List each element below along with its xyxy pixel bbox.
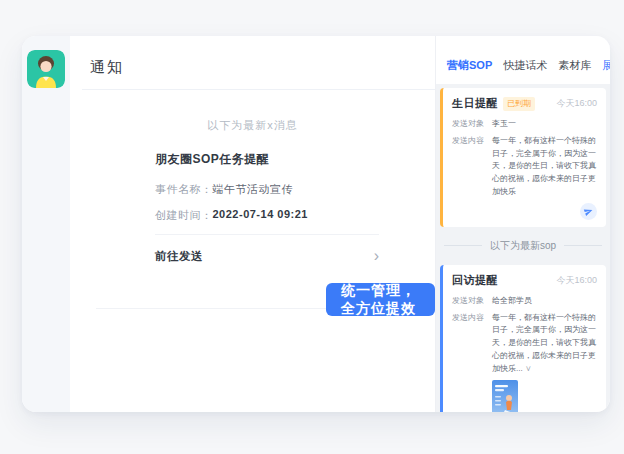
tab-material-library[interactable]: 素材库 <box>558 58 591 73</box>
content-text: 每一年，都有这样一个特殊的日子，完全属于你，因为这一天，是你的生日，请收下我真心… <box>492 313 596 373</box>
content-value: 每一年，都有这样一个特殊的日子，完全属于你，因为这一天，是你的生日，请收下我真心… <box>492 135 597 199</box>
panel-header: 通知 <box>82 36 435 90</box>
divider-line <box>444 245 482 246</box>
tab-quick-replies[interactable]: 快捷话术 <box>503 58 547 73</box>
go-send-button[interactable]: 前往发送 › <box>155 235 379 264</box>
card-head: 生日提醒 已到期 今天16:00 <box>452 96 597 111</box>
expand-label: 展开 <box>602 58 610 73</box>
event-name-value: 端午节活动宣传 <box>213 182 294 197</box>
person-avatar-icon <box>27 50 65 88</box>
notification-window: 通知 以下为最新x消息 朋友圈SOP任务提醒 事件名称： 端午节活动宣传 创建时… <box>22 36 610 412</box>
tab-marketing-sop[interactable]: 营销SOP <box>447 58 492 73</box>
content-label: 发送内容 <box>452 135 492 199</box>
created-time-row: 创建时间： 2022-07-14 09:21 <box>155 208 379 223</box>
send-button[interactable] <box>580 203 597 220</box>
sop-card-revisit-1[interactable]: 回访提醒 今天16:00 发送对象 给全部学员 发送内容 每一年，都有这样一个特… <box>440 265 606 412</box>
chevron-right-icon: › <box>374 248 379 264</box>
callout-text: 统一管理，全方位提效 <box>341 282 420 318</box>
content-row: 发送内容 每一年，都有这样一个特殊的日子，完全属于你，因为这一天，是你的生日，请… <box>452 135 597 199</box>
content-label: 发送内容 <box>452 312 492 376</box>
latest-sop-divider: 以下为最新sop <box>444 239 602 253</box>
created-time-label: 创建时间： <box>155 208 213 223</box>
poster-thumbnail <box>492 380 518 412</box>
card-time: 今天16:00 <box>556 97 597 110</box>
expired-badge: 已到期 <box>503 97 535 111</box>
sop-card-birthday[interactable]: 生日提醒 已到期 今天16:00 发送对象 李玉一 发送内容 每一年，都有这样一… <box>440 88 606 227</box>
latest-sop-label: 以下为最新sop <box>490 239 556 253</box>
target-label: 发送对象 <box>452 295 492 308</box>
target-row: 发送对象 给全部学员 <box>452 295 597 308</box>
expand-button[interactable]: 展开 ∨ <box>602 58 610 73</box>
event-name-row: 事件名称： 端午节活动宣传 <box>155 182 379 197</box>
target-label: 发送对象 <box>452 118 492 131</box>
target-row: 发送对象 李玉一 <box>452 118 597 131</box>
go-send-label: 前往发送 <box>155 249 203 264</box>
page-title: 通知 <box>90 58 435 77</box>
message-title: 朋友圈SOP任务提醒 <box>155 151 379 168</box>
card-time: 今天16:00 <box>556 274 597 287</box>
paper-plane-icon <box>583 206 595 218</box>
target-value: 李玉一 <box>492 118 597 131</box>
sop-task-message: 朋友圈SOP任务提醒 事件名称： 端午节活动宣传 创建时间： 2022-07-1… <box>155 151 379 264</box>
send-row <box>452 203 597 220</box>
avatar[interactable] <box>27 50 65 88</box>
sop-feed-panel: 营销SOP 快捷话术 素材库 展开 ∨ 生日提醒 已到期 今天16:00 发送对… <box>435 36 610 412</box>
card-title: 生日提醒 <box>452 96 498 111</box>
event-name-label: 事件名称： <box>155 182 213 197</box>
card-head: 回访提醒 今天16:00 <box>452 273 597 288</box>
content-row: 发送内容 每一年，都有这样一个特殊的日子，完全属于你，因为这一天，是你的生日，请… <box>452 312 597 376</box>
card-title: 回访提醒 <box>452 273 498 288</box>
content-value: 每一年，都有这样一个特殊的日子，完全属于你，因为这一天，是你的生日，请收下我真心… <box>492 312 597 376</box>
latest-message-label: 以下为最新x消息 <box>70 118 435 133</box>
notification-panel: 通知 以下为最新x消息 朋友圈SOP任务提醒 事件名称： 端午节活动宣传 创建时… <box>70 36 435 412</box>
avatar-rail <box>22 36 70 412</box>
tabbar: 营销SOP 快捷话术 素材库 展开 ∨ <box>436 36 610 84</box>
expand-content-icon[interactable]: ∨ <box>525 364 532 373</box>
attachment: 在线研读活动.jpg <box>492 380 597 412</box>
attachment-image[interactable] <box>492 380 518 412</box>
created-time-value: 2022-07-14 09:21 <box>213 208 308 223</box>
callout-bubble: 统一管理，全方位提效 <box>326 283 435 316</box>
target-value: 给全部学员 <box>492 295 597 308</box>
sop-card-list: 生日提醒 已到期 今天16:00 发送对象 李玉一 发送内容 每一年，都有这样一… <box>436 84 610 412</box>
divider-line <box>564 245 602 246</box>
